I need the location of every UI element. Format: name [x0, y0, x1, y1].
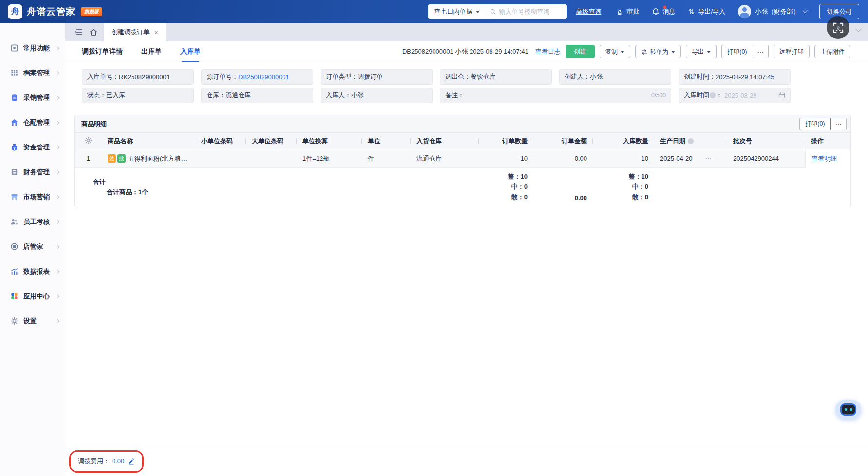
tab-outbound-order[interactable]: 出库单 [141, 41, 162, 62]
export-import-menu-item[interactable]: 导出/导入 [688, 7, 725, 16]
bell-icon [652, 8, 660, 16]
production-date-cell: 2025-04-20⋯ [654, 155, 727, 162]
approval-label: 审批 [626, 7, 639, 16]
frequent-icon [10, 44, 19, 52]
edit-pencil-icon[interactable] [128, 458, 135, 465]
field-warehouse: 仓库：流通仓库 [201, 88, 313, 103]
assistant-robot-button[interactable] [835, 400, 861, 420]
tab-create-transfer-order[interactable]: 创建调拨订单 × [104, 23, 166, 41]
summary-order-qty: 整：10 中：0 散：0 [479, 172, 533, 201]
sidebar-item-shopkeeper[interactable]: 店管家 [0, 234, 65, 259]
field-remark[interactable]: 备注：0/500 [440, 88, 671, 103]
avatar [738, 5, 751, 18]
sidebar-item-reports[interactable]: 数据报表 [0, 259, 65, 284]
scan-text-icon: 文 [832, 21, 845, 34]
upload-attachment-button[interactable]: 上传附件 [814, 45, 850, 58]
export-button[interactable]: 导出 [686, 45, 717, 58]
field-inbound-time[interactable]: 入库时间： 2025-08-29 [679, 88, 791, 103]
goods-table-header: 商品名称 小单位条码 大单位条码 单位换算 单位 入货仓库 订单数量 订单金额 … [75, 133, 850, 149]
collapse-sidebar-icon[interactable] [70, 23, 86, 41]
sidebar-item-purchase[interactable]: 采销管理 [0, 85, 65, 110]
search-scope-dropdown[interactable]: 查七日内单据 [428, 4, 485, 19]
goods-card-header: 商品明细 打印(0) ⋯ [75, 115, 850, 133]
row-index: 1 [75, 155, 102, 162]
sidebar-item-marketing[interactable]: 市场营销 [0, 184, 65, 209]
goods-section-title: 商品明细 [81, 120, 107, 128]
svg-text:文: 文 [835, 25, 841, 31]
view-detail-link[interactable]: 查看明细 [811, 154, 837, 163]
print-more-button[interactable]: ⋯ [753, 45, 769, 58]
action-cell: 查看明细 [805, 149, 850, 168]
chevron-right-icon [56, 244, 59, 248]
user-menu[interactable]: 小张（财务部） [738, 5, 807, 18]
sidebar-item-funds[interactable]: 资金管理 [0, 135, 65, 160]
tab-strip: 创建调拨订单 × [65, 23, 868, 41]
transfer-to-button[interactable]: 转单为 [635, 45, 681, 58]
tab-transfer-order-detail[interactable]: 调拨订单详情 [82, 41, 123, 62]
create-button[interactable]: 创建 [566, 45, 595, 58]
print-button-group: 打印(0) ⋯ [721, 45, 769, 58]
goods-print-button[interactable]: 打印(0) [799, 118, 830, 130]
advanced-search-link[interactable]: 高级查询 [576, 7, 601, 16]
app-window: 舟 舟谱云管家 旗舰版 查七日内单据 高级查询 审批 [0, 0, 868, 476]
caret-down-icon [621, 51, 624, 55]
order-qty-cell: 10 [479, 155, 533, 162]
chevron-right-icon [56, 95, 59, 99]
print-button[interactable]: 打印(0) [721, 45, 752, 58]
report-icon [10, 267, 19, 275]
remote-print-button[interactable]: 远程打印 [774, 45, 810, 58]
chevron-right-icon [56, 319, 59, 323]
remark-counter: 0/500 [651, 92, 666, 99]
close-icon[interactable]: × [154, 29, 158, 36]
chevron-right-icon [56, 220, 59, 223]
source-order-link[interactable]: DB250829000001 [238, 73, 289, 81]
goods-print-group: 打印(0) ⋯ [799, 118, 847, 130]
order-meta: DB250829000001 小张 2025-08-29 14:07:41 [402, 47, 528, 56]
page-footer: 调拨费用： 0.00 [65, 446, 868, 476]
field-status: 状态：已入库 [82, 88, 194, 103]
sidebar-item-archive[interactable]: 档案管理 [0, 60, 65, 85]
search-scope-label: 查七日内单据 [434, 7, 472, 16]
finance-icon [10, 168, 19, 176]
gear-icon[interactable] [85, 137, 92, 144]
home-icon[interactable] [86, 23, 101, 41]
order-info-fields: 入库单号：RK250829000001 源订单号：DB250829000001 … [74, 69, 851, 103]
tab-inbound-order[interactable]: 入库单 [180, 41, 201, 62]
brand-edition-badge: 旗舰版 [81, 7, 102, 16]
sidebar-item-staff[interactable]: 员工考核 [0, 209, 65, 234]
chevron-right-icon [56, 269, 59, 273]
funds-icon [10, 143, 19, 151]
export-import-icon [688, 8, 695, 15]
field-inbound-no: 入库单号：RK250829000001 [82, 69, 194, 85]
transfer-fee-value: 0.00 [112, 458, 124, 465]
more-icon[interactable]: ⋯ [705, 155, 713, 162]
swap-icon [641, 49, 647, 55]
sidebar-item-settings[interactable]: 设置 [0, 309, 65, 333]
sidebar: 常用功能 档案管理 采销管理 仓配管理 资金管理 财务管理 [0, 23, 65, 476]
chevron-right-icon [56, 170, 59, 174]
caret-down-icon [476, 11, 480, 15]
unit-cell: 件 [362, 154, 411, 163]
messages-menu-item[interactable]: 消息 [652, 7, 675, 16]
sidebar-item-finance[interactable]: 财务管理 [0, 160, 65, 184]
warehouse-icon [10, 118, 19, 127]
approval-menu-item[interactable]: 审批 [616, 7, 639, 16]
field-source-warehouse: 调出仓：餐饮仓库 [440, 69, 552, 85]
sidebar-item-frequent[interactable]: 常用功能 [0, 36, 65, 60]
scan-text-fab[interactable]: 文 [827, 16, 849, 39]
copy-button[interactable]: 复制 [600, 45, 630, 58]
goods-table-summary: 合计 合计商品：1个 整：10 中：0 散：0 0.00 整：10 中：0 [75, 168, 850, 207]
settings-icon [10, 317, 19, 325]
search-input[interactable] [499, 8, 562, 15]
column-settings-cell [75, 137, 102, 146]
view-log-link[interactable]: 查看日志 [535, 47, 561, 56]
sidebar-item-appcenter[interactable]: 应用中心 [0, 284, 65, 309]
goods-more-button[interactable]: ⋯ [830, 118, 847, 130]
search-icon [490, 8, 496, 15]
export-import-label: 导出/导入 [698, 7, 725, 16]
product-name-cell: 效 批 五得利面粉(北方粮仓_... [102, 154, 195, 163]
chevron-right-icon [56, 46, 59, 50]
batch-no-cell: 2025042900244 [727, 155, 805, 162]
sidebar-item-warehouse[interactable]: 仓配管理 [0, 110, 65, 135]
chevron-right-icon [56, 195, 59, 199]
